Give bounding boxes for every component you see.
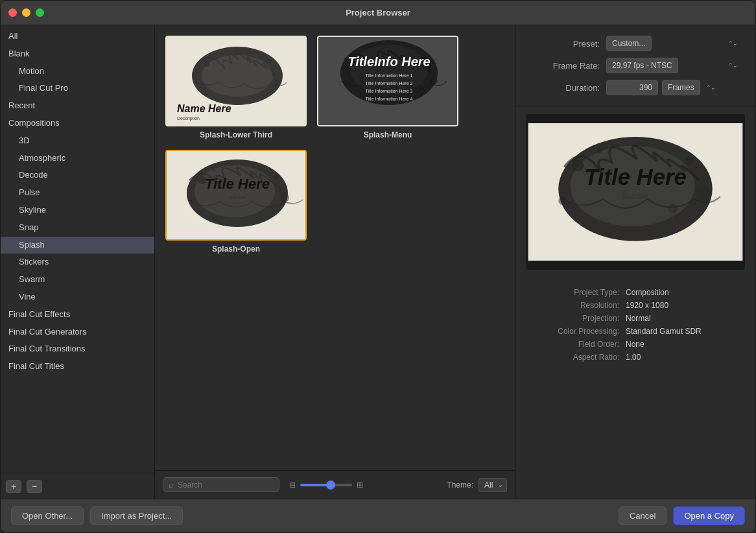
sidebar-item-compositions[interactable]: Compositions	[1, 115, 154, 132]
sidebar-item-blank[interactable]: Blank	[1, 45, 154, 63]
preset-select[interactable]: Custom...	[606, 36, 652, 51]
framerate-row: Frame Rate: 29.97 fps - NTSC	[528, 58, 742, 73]
sidebar-item-atmospheric[interactable]: Atmospheric	[1, 150, 154, 167]
cancel-button[interactable]: Cancel	[619, 506, 667, 525]
thumb-label-splash-menu: Splash-Menu	[364, 130, 412, 139]
preset-control: Custom...	[606, 36, 742, 51]
sidebar-item-all[interactable]: All	[1, 28, 154, 45]
info-aspect-ratio: Aspect Ratio: 1.00	[528, 353, 742, 362]
sidebar-item-3d[interactable]: 3D	[1, 132, 154, 150]
info-projection: Projection: Normal	[528, 314, 742, 323]
info-field-order-value: None	[626, 340, 644, 349]
import-project-button[interactable]: Import as Project...	[90, 506, 183, 525]
add-button[interactable]: +	[6, 480, 21, 493]
search-icon: ⌕	[169, 480, 174, 490]
minimize-button[interactable]	[22, 8, 30, 17]
sidebar-item-skyline[interactable]: Skyline	[1, 202, 154, 219]
svg-text:Title Here: Title Here	[584, 165, 687, 189]
svg-text:Subtitle: Subtitle	[622, 192, 648, 201]
sidebar-item-splash[interactable]: Splash	[1, 237, 154, 254]
titlebar-buttons	[8, 8, 44, 17]
bottom-bar: Open Other... Import as Project... Cance…	[1, 499, 755, 532]
thumb-label-splash-lower-third: Splash-Lower Third	[200, 130, 272, 139]
info-color-processing: Color Processing: Standard Gamut SDR	[528, 327, 742, 336]
thumbnails-grid: Name Here Description Splash-Lower Third	[155, 25, 515, 470]
zoom-controls: ⊟ ⊞	[287, 480, 365, 490]
thumb-img-splash-open: Title Here Subtitle	[165, 150, 307, 241]
sidebar-item-finalcuteffects[interactable]: Final Cut Effects	[1, 306, 154, 324]
svg-point-27	[190, 199, 195, 204]
open-copy-button[interactable]: Open a Copy	[673, 506, 745, 525]
search-box[interactable]: ⌕	[163, 477, 279, 492]
svg-point-38	[558, 196, 567, 205]
project-browser-window: Project Browser All Blank Motion Final C…	[0, 0, 756, 533]
info-projection-label: Projection:	[528, 314, 619, 323]
close-button[interactable]	[8, 8, 17, 17]
preview-svg: Title Here Subtitle	[526, 114, 745, 270]
sidebar-item-finalcutpro[interactable]: Final Cut Pro	[1, 80, 154, 97]
sidebar-item-stickers[interactable]: Stickers	[1, 254, 154, 271]
thumb-img-splash-lower-third: Name Here Description	[165, 36, 307, 126]
theme-select[interactable]: All	[478, 478, 507, 492]
thumbnail-splash-menu[interactable]: TitleInfo Here Title Information Here 1 …	[317, 36, 458, 139]
info-aspect-ratio-value: 1.00	[626, 353, 641, 362]
sidebar-list: All Blank Motion Final Cut Pro Recent Co…	[1, 25, 154, 473]
info-section: Project Type: Composition Resolution: 19…	[515, 278, 755, 499]
window-title: Project Browser	[346, 8, 410, 18]
sidebar-item-finalcuttransitions[interactable]: Final Cut Transitions	[1, 340, 154, 358]
svg-text:Title Information Here 4: Title Information Here 4	[366, 97, 413, 101]
info-resolution-label: Resolution:	[528, 301, 619, 310]
sidebar-item-pulse[interactable]: Pulse	[1, 184, 154, 202]
duration-input[interactable]	[606, 80, 658, 95]
svg-point-28	[211, 167, 215, 171]
maximize-button[interactable]	[36, 8, 44, 17]
remove-button[interactable]: −	[27, 480, 42, 493]
zoom-in-icon: ⊞	[355, 480, 365, 490]
sidebar-item-swarm[interactable]: Swarm	[1, 271, 154, 289]
info-resolution: Resolution: 1920 x 1080	[528, 301, 742, 310]
framerate-control: 29.97 fps - NTSC	[606, 58, 742, 73]
info-projection-value: Normal	[626, 314, 651, 323]
sidebar-item-motion[interactable]: Motion	[1, 63, 154, 80]
svg-text:Name Here: Name Here	[177, 103, 231, 114]
svg-point-35	[572, 160, 584, 171]
thumbnail-splash-open[interactable]: Title Here Subtitle Splash-Open	[165, 150, 307, 254]
framerate-select-wrap: 29.97 fps - NTSC	[606, 58, 742, 73]
open-other-button[interactable]: Open Other...	[11, 506, 84, 525]
info-project-type: Project Type: Composition	[528, 288, 742, 297]
svg-point-12	[350, 45, 428, 94]
titlebar: Project Browser	[1, 1, 755, 25]
sidebar-item-finalcutgenerators[interactable]: Final Cut Generators	[1, 324, 154, 341]
sidebar-item-vine[interactable]: Vine	[1, 289, 154, 306]
duration-label: Duration:	[528, 83, 600, 93]
svg-text:Subtitle: Subtitle	[229, 195, 246, 200]
sidebar-item-recent[interactable]: Recent	[1, 97, 154, 115]
framerate-select[interactable]: 29.97 fps - NTSC	[606, 58, 678, 73]
info-field-order-label: Field Order:	[528, 340, 619, 349]
svg-point-5	[274, 80, 280, 87]
info-field-order: Field Order: None	[528, 340, 742, 349]
svg-point-4	[267, 60, 271, 64]
browser-area: Name Here Description Splash-Lower Third	[155, 25, 515, 499]
sidebar-footer: + −	[1, 473, 154, 499]
info-project-type-label: Project Type:	[528, 288, 619, 297]
sidebar: All Blank Motion Final Cut Pro Recent Co…	[1, 25, 155, 499]
preset-row: Preset: Custom...	[528, 36, 742, 51]
thumbnail-splash-lower-third[interactable]: Name Here Description Splash-Lower Third	[165, 36, 307, 139]
browser-footer: ⌕ ⊟ ⊞ Theme: All	[155, 470, 515, 499]
framerate-label: Frame Rate:	[528, 61, 600, 71]
zoom-slider[interactable]	[300, 484, 352, 486]
search-input[interactable]	[178, 480, 274, 490]
theme-row: Theme: All	[447, 478, 507, 492]
thumb-img-splash-menu: TitleInfo Here Title Information Here 1 …	[317, 36, 458, 126]
duration-unit-select[interactable]: Frames	[662, 80, 700, 95]
preview-area: Title Here Subtitle	[526, 114, 745, 270]
sidebar-item-decode[interactable]: Decode	[1, 167, 154, 184]
svg-text:Title Here: Title Here	[205, 176, 270, 192]
main-content: All Blank Motion Final Cut Pro Recent Co…	[1, 25, 755, 499]
svg-point-36	[685, 157, 693, 165]
duration-row: Duration: Frames	[528, 80, 742, 95]
svg-text:Description: Description	[177, 116, 200, 121]
sidebar-item-snap[interactable]: Snap	[1, 219, 154, 237]
sidebar-item-finalcuttitles[interactable]: Final Cut Titles	[1, 358, 154, 375]
